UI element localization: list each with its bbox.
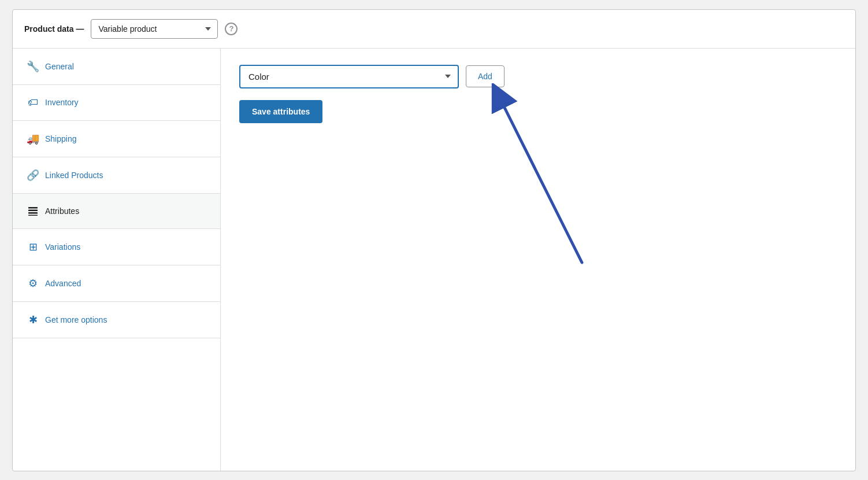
attribute-select-wrapper: Color Size Material Custom attribute... [239, 65, 459, 88]
save-attributes-button[interactable]: Save attributes [239, 100, 322, 123]
sidebar-item-label-linked-products: Linked Products [45, 171, 103, 180]
panel-title: Product data — [24, 24, 84, 34]
main-content: Color Size Material Custom attribute... … [221, 49, 855, 471]
gear-icon: ⚙ [27, 277, 39, 290]
product-type-select-wrapper: Variable product Simple product Grouped … [91, 19, 218, 39]
sidebar-item-inventory[interactable]: 🏷 Inventory [13, 85, 220, 121]
truck-icon: 🚚 [27, 132, 39, 145]
product-type-select[interactable]: Variable product Simple product Grouped … [91, 19, 218, 39]
sidebar-item-get-more-options[interactable]: ✱ Get more options [13, 302, 220, 338]
panel-body: 🔧 General 🏷 Inventory 🚚 Shipping 🔗 Linke… [13, 49, 855, 471]
sidebar-item-linked-products[interactable]: 🔗 Linked Products [13, 157, 220, 194]
save-attributes-row: Save attributes [239, 100, 837, 123]
wrench-icon: 🔧 [27, 60, 39, 73]
add-attribute-button[interactable]: Add [466, 65, 505, 87]
attribute-select[interactable]: Color Size Material Custom attribute... [239, 65, 459, 88]
sidebar-item-label-shipping: Shipping [45, 134, 77, 143]
sidebar-item-label-variations: Variations [45, 242, 80, 252]
svg-rect-3 [28, 215, 38, 216]
sidebar-item-shipping[interactable]: 🚚 Shipping [13, 121, 220, 157]
grid-icon: ⊞ [27, 241, 39, 253]
sidebar-item-advanced[interactable]: ⚙ Advanced [13, 265, 220, 302]
sidebar-item-general[interactable]: 🔧 General [13, 49, 220, 85]
sidebar-item-label-general: General [45, 62, 74, 71]
link-icon: 🔗 [27, 169, 39, 182]
sidebar-item-label-get-more-options: Get more options [45, 315, 107, 324]
sidebar: 🔧 General 🏷 Inventory 🚚 Shipping 🔗 Linke… [13, 49, 221, 471]
inventory-icon: 🏷 [27, 97, 39, 109]
product-data-panel: Product data — Variable product Simple p… [12, 9, 856, 471]
sidebar-item-variations[interactable]: ⊞ Variations [13, 229, 220, 265]
panel-header: Product data — Variable product Simple p… [13, 10, 855, 49]
plugin-icon: ✱ [27, 313, 39, 326]
sidebar-item-label-attributes: Attributes [45, 206, 79, 216]
sidebar-item-label-inventory: Inventory [45, 98, 79, 107]
sidebar-item-label-advanced: Advanced [45, 279, 81, 288]
svg-rect-1 [28, 209, 38, 211]
sidebar-item-attributes[interactable]: Attributes [13, 194, 220, 229]
list-icon [27, 205, 39, 217]
attribute-row: Color Size Material Custom attribute... … [239, 65, 837, 88]
help-icon[interactable]: ? [225, 23, 238, 35]
svg-rect-0 [28, 207, 38, 209]
svg-rect-2 [28, 212, 38, 214]
